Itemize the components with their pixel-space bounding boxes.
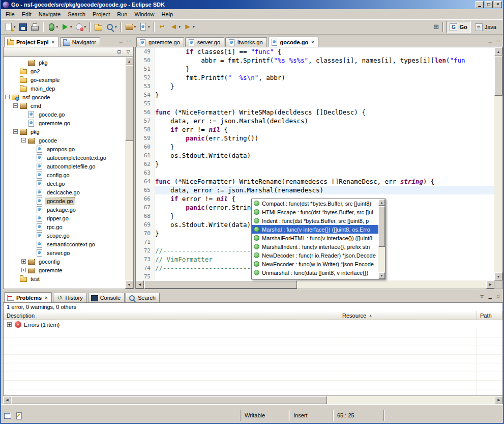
edit-pencil-icon[interactable] (15, 411, 23, 419)
code-line[interactable]: data, error := json.Marshal(renamedescs) (155, 186, 494, 194)
tree-item-package-go[interactable]: package.go (4, 205, 125, 214)
menu-help[interactable]: Help (158, 10, 177, 19)
code-line[interactable]: fmt.Printf(" %s\n", abbr) (155, 73, 494, 82)
scroll-up-icon[interactable]: ▲ (378, 199, 385, 206)
close-tab-icon[interactable]: × (44, 295, 48, 300)
tree-item-apropos-go[interactable]: apropos.go (4, 145, 125, 153)
code-line[interactable]: } (155, 82, 494, 91)
completion-item-marshalindent[interactable]: MarshalIndent : func(v interface{}, pref… (252, 242, 378, 251)
titlebar[interactable]: Go - nsf-gocode/src/pkg/gocode/gocode.go… (1, 0, 503, 9)
forward-button[interactable]: ▶▾ (182, 21, 196, 33)
editor-tab-itworks-go[interactable]: itworks.go (225, 37, 267, 47)
dropdown-arrow-icon[interactable]: ▾ (179, 25, 181, 29)
popup-scrollbar[interactable]: ▲ ▼ (378, 199, 385, 279)
editor-tab-server-go[interactable]: server.go (185, 37, 224, 47)
tree-item-rpc-go[interactable]: rpc.go (4, 222, 125, 231)
scroll-down-icon[interactable]: ▼ (125, 280, 133, 289)
view-tab-problems[interactable]: Problems× (4, 292, 52, 302)
code-line[interactable]: abbr = fmt.Sprintf("%s %s%s", classes[i]… (155, 56, 494, 65)
dropdown-arrow-icon[interactable]: ▾ (115, 25, 117, 29)
problems-row-errors-1-item[interactable]: +×Errors (1 item) (4, 320, 502, 329)
code-line[interactable]: } (155, 160, 494, 168)
tree-item-gocode-go[interactable]: gocode.go (4, 196, 125, 205)
dropdown-arrow-icon[interactable]: ▾ (193, 25, 195, 29)
dropdown-arrow-icon[interactable]: ▾ (70, 25, 72, 29)
completion-item-marshal[interactable]: Marshal : func(v interface{}) ([]uint8, … (252, 225, 378, 234)
completion-item-marshalforhtml[interactable]: MarshalForHTML : func(v interface{}) ([]… (252, 234, 378, 242)
scroll-right-icon[interactable]: ▶ (486, 280, 494, 289)
new-wizard-button[interactable]: ▾ (3, 21, 17, 33)
menu-window[interactable]: Window (131, 10, 158, 19)
tree-item-pkg[interactable]: −pkg (4, 127, 125, 136)
code-line[interactable]: if err != nil { (155, 125, 494, 134)
tree-item-gocode-go[interactable]: gocode.go (4, 110, 125, 119)
tree-item-goconfig[interactable]: +goconfig (4, 257, 125, 266)
minimize-view-icon[interactable]: ▁ (117, 38, 125, 45)
tree-item-decl-go[interactable]: decl.go (4, 179, 125, 188)
tree-item-cmd[interactable]: −cmd (4, 101, 125, 110)
minimize-button[interactable]: ▁ (476, 1, 484, 8)
dropdown-arrow-icon[interactable]: ▾ (134, 25, 136, 29)
menu-navigate[interactable]: Navigate (35, 10, 64, 19)
expand-icon[interactable]: + (21, 259, 26, 264)
problems-horizontal-scrollbar[interactable]: ◀ ▶ (3, 396, 503, 404)
view-tab-history[interactable]: ↺History (53, 293, 86, 302)
maximize-view-icon[interactable]: □ (125, 38, 133, 45)
editor-vertical-scrollbar[interactable]: ▲ ▼ (494, 47, 502, 280)
code-line[interactable]: if classes[i] == "func" { (155, 47, 494, 56)
scroll-up-icon[interactable]: ▲ (125, 57, 133, 65)
external-tools-button[interactable]: ▾ (74, 21, 87, 33)
collapse-icon[interactable]: − (13, 129, 18, 134)
view-tab-console[interactable]: Console (88, 293, 125, 302)
code-line[interactable]: func (*NiceFormatter) WriteSMap(decldesc… (155, 108, 494, 117)
scroll-down-icon[interactable]: ▼ (378, 272, 385, 279)
code-line[interactable] (155, 168, 494, 177)
scroll-up-icon[interactable]: ▲ (494, 47, 502, 55)
collapse-all-icon[interactable]: ⊟ (115, 48, 123, 55)
collapse-icon[interactable]: − (21, 138, 26, 143)
tree-item-config-go[interactable]: config.go (4, 171, 125, 179)
maximize-editor-icon[interactable]: □ (494, 38, 502, 45)
collapse-icon[interactable]: − (13, 103, 18, 108)
tree-item-semanticcontext-go[interactable]: semanticcontext.go (4, 240, 125, 248)
code-line[interactable]: panic(err.String()) (155, 134, 494, 143)
new-go-file-button[interactable]: ▾ (137, 21, 151, 33)
view-tab-navigator[interactable]: Navigator (60, 37, 100, 47)
completion-item-unmarshal[interactable]: Unmarshal : func(data []uint8, v interfa… (252, 268, 378, 277)
tree-item-go-example[interactable]: go-example (4, 75, 125, 84)
close-tab-icon[interactable]: × (311, 40, 314, 45)
dropdown-arrow-icon[interactable]: ▾ (56, 25, 58, 29)
print-button[interactable] (29, 21, 40, 33)
tree-item-declcache-go[interactable]: declcache.go (4, 188, 125, 196)
back-button[interactable]: ◀▾ (168, 21, 182, 33)
column-header-resource[interactable]: Resource▲ (339, 311, 477, 320)
maximize-button[interactable]: □ (485, 1, 493, 8)
tree-item-autocompletefile-go[interactable]: autocompletefile.go (4, 162, 125, 171)
menu-project[interactable]: Project (89, 10, 113, 19)
last-edit-location-button[interactable]: ↩ (157, 21, 168, 33)
scrollbar-thumb[interactable] (12, 396, 327, 404)
tree-item-pkg[interactable]: pkg (4, 58, 125, 67)
expand-icon[interactable]: + (21, 268, 26, 272)
scroll-left-icon[interactable]: ◀ (3, 396, 11, 404)
tree-item-go2[interactable]: go2 (4, 67, 125, 75)
completion-item-newdecoder[interactable]: NewDecoder : func(r io.Reader) *json.Dec… (252, 251, 378, 260)
code-line[interactable]: func (*NiceFormatter) WriteRename(rename… (155, 177, 494, 186)
view-tab-search[interactable]: Search (126, 293, 160, 302)
code-line[interactable]: } (155, 65, 494, 73)
code-line[interactable]: data, err := json.Marshal(decldescs) (155, 117, 494, 125)
tree-item-autocompletecontext-go[interactable]: autocompletecontext.go (4, 153, 125, 162)
scroll-right-icon[interactable]: ▶ (495, 396, 503, 404)
perspective-java-button[interactable]: ☕Java (471, 21, 500, 33)
column-header-description[interactable]: Description (4, 311, 339, 320)
fast-view-icon[interactable] (4, 411, 12, 419)
run-button[interactable]: ▾ (60, 21, 73, 33)
tree-item-main-dep[interactable]: main_dep (4, 84, 125, 93)
tree-item-nsf-gocode[interactable]: −nsf-gocode (4, 93, 125, 101)
view-menu-icon[interactable]: ▽ (124, 48, 132, 55)
code-line[interactable] (155, 99, 494, 108)
tree-item-scope-go[interactable]: scope.go (4, 231, 125, 240)
menu-search[interactable]: Search (64, 10, 89, 19)
tree-item-test[interactable]: test (4, 274, 125, 283)
dropdown-arrow-icon[interactable]: ▾ (148, 25, 150, 29)
